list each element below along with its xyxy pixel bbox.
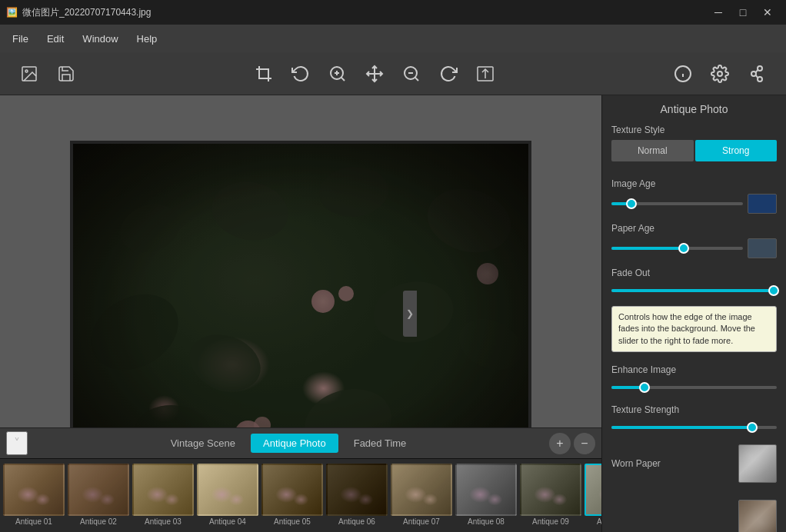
filmstrip-item-6[interactable]: Antique 06 — [326, 464, 388, 526]
info-button[interactable] — [666, 57, 700, 91]
film-thumb-overlay — [586, 465, 601, 514]
worn-paper-section: Worn Paper — [602, 440, 786, 495]
image-age-thumb[interactable] — [626, 198, 637, 209]
toolbar — [0, 52, 786, 95]
worn-paper-thumbnail[interactable] — [738, 444, 777, 483]
paper-age-thumb[interactable] — [678, 243, 689, 254]
normal-style-button[interactable]: Normal — [611, 140, 694, 161]
settings-button[interactable] — [703, 57, 737, 91]
film-thumb-10 — [585, 464, 601, 516]
maximize-button[interactable]: □ — [731, 0, 755, 25]
titlebar-controls: ─ □ ✕ — [706, 0, 780, 25]
film-thumb-overlay — [457, 465, 515, 514]
redo-button[interactable] — [431, 57, 465, 91]
paper-age-swatch — [748, 238, 777, 258]
fade-out-label: Fade Out — [611, 268, 777, 278]
paper-age-track — [611, 247, 743, 250]
menu-file[interactable]: File — [3, 28, 38, 49]
photo-view-button[interactable] — [12, 57, 46, 91]
minimize-button[interactable]: ─ — [706, 0, 731, 25]
second-texture-thumbnail[interactable] — [738, 500, 777, 532]
tab-antique-photo[interactable]: Antique Photo — [251, 434, 338, 453]
fade-out-tooltip: Controls how the edge of the image fades… — [611, 306, 777, 352]
filmstrip-item-10[interactable]: Antique 10 — [585, 464, 601, 526]
texture-style-row: Normal Strong — [611, 140, 777, 161]
film-label-9: Antique 09 — [520, 516, 581, 526]
worn-paper-label: Worn Paper — [611, 458, 731, 469]
enhance-image-thumb[interactable] — [639, 382, 650, 393]
film-thumb-7 — [391, 464, 452, 516]
film-thumb-9 — [520, 464, 581, 516]
title-text: 微信图片_20220707170443.jpg — [22, 6, 151, 19]
film-thumb-6 — [326, 464, 388, 516]
zoom-in-button[interactable] — [321, 57, 355, 91]
filmstrip-item-7[interactable]: Antique 07 — [391, 464, 452, 526]
move-button[interactable] — [358, 57, 391, 91]
enhance-image-track — [611, 386, 777, 389]
strong-style-button[interactable]: Strong — [695, 140, 778, 161]
app-icon: 🖼️ — [6, 7, 18, 18]
film-thumb-3 — [132, 464, 194, 516]
toolbar-left — [12, 57, 83, 91]
svg-point-16 — [718, 71, 722, 76]
close-button[interactable]: ✕ — [755, 0, 780, 25]
svg-line-20 — [756, 69, 758, 72]
film-thumb-2 — [68, 464, 129, 516]
film-label-6: Antique 06 — [326, 516, 388, 526]
filmstrip-item-9[interactable]: Antique 09 — [520, 464, 581, 526]
expand-button[interactable]: ˅ — [6, 431, 28, 455]
add-tab-button[interactable]: + — [549, 433, 571, 454]
enhance-image-section: Enhance Image — [602, 360, 786, 400]
filmstrip-item-4[interactable]: Antique 04 — [197, 464, 258, 526]
toolbar-center — [247, 57, 502, 91]
film-thumb-8 — [455, 464, 517, 516]
share-button[interactable] — [740, 57, 774, 91]
texture-strength-fill — [611, 426, 752, 429]
film-thumb-4 — [197, 464, 258, 516]
film-label-8: Antique 08 — [455, 516, 517, 526]
film-thumb-1 — [3, 464, 65, 516]
bottom-tabs-area: ˅ Vintage Scene Antique Photo Faded Time… — [0, 427, 601, 458]
film-thumb-overlay — [263, 465, 321, 514]
enhance-image-label: Enhance Image — [611, 364, 777, 375]
menu-edit[interactable]: Edit — [38, 28, 73, 49]
menu-help[interactable]: Help — [128, 28, 167, 49]
film-thumb-overlay — [69, 465, 128, 514]
export-button[interactable] — [468, 57, 502, 91]
bottom-tabs: Vintage Scene Antique Photo Faded Time — [158, 434, 419, 453]
paper-age-slider-container[interactable] — [611, 241, 743, 256]
zoom-out-button[interactable] — [395, 57, 428, 91]
enhance-image-slider-container[interactable] — [611, 380, 777, 395]
filmstrip-item-8[interactable]: Antique 08 — [455, 464, 517, 526]
film-thumb-5 — [261, 464, 323, 516]
fade-out-fill — [611, 289, 774, 292]
fade-out-slider-container[interactable] — [611, 283, 777, 298]
menu-window[interactable]: Window — [73, 28, 127, 49]
paper-age-label: Paper Age — [611, 223, 777, 234]
remove-tab-button[interactable]: − — [574, 433, 595, 454]
filmstrip-item-2[interactable]: Antique 02 — [68, 464, 129, 526]
rotate-button[interactable] — [284, 57, 318, 91]
fade-out-thumb[interactable] — [768, 285, 779, 296]
texture-strength-thumb[interactable] — [747, 422, 758, 433]
crop-button[interactable] — [247, 57, 281, 91]
svg-line-21 — [756, 75, 758, 78]
panel-title: Antique Photo — [602, 95, 786, 120]
save-button[interactable] — [49, 57, 83, 91]
film-label-10: Antique 10 — [585, 516, 601, 526]
film-thumb-overlay — [5, 465, 63, 514]
film-thumb-overlay — [198, 465, 257, 514]
paper-age-control — [611, 238, 777, 258]
filmstrip-item-3[interactable]: Antique 03 — [132, 464, 194, 526]
filmstrip-item-1[interactable]: Antique 01 — [3, 464, 65, 526]
texture-strength-slider-container[interactable] — [611, 420, 777, 435]
fade-out-section: Fade Out — [602, 263, 786, 303]
tab-vintage-scene[interactable]: Vintage Scene — [158, 434, 248, 453]
texture-strength-section: Texture Strength — [602, 400, 786, 440]
texture-strength-track — [611, 426, 777, 429]
filmstrip-item-5[interactable]: Antique 05 — [261, 464, 323, 526]
image-age-slider-container[interactable] — [611, 196, 743, 211]
tab-faded-time[interactable]: Faded Time — [341, 434, 419, 453]
image-age-swatch — [748, 194, 777, 214]
collapse-panel-button[interactable]: ❯ — [403, 291, 417, 337]
